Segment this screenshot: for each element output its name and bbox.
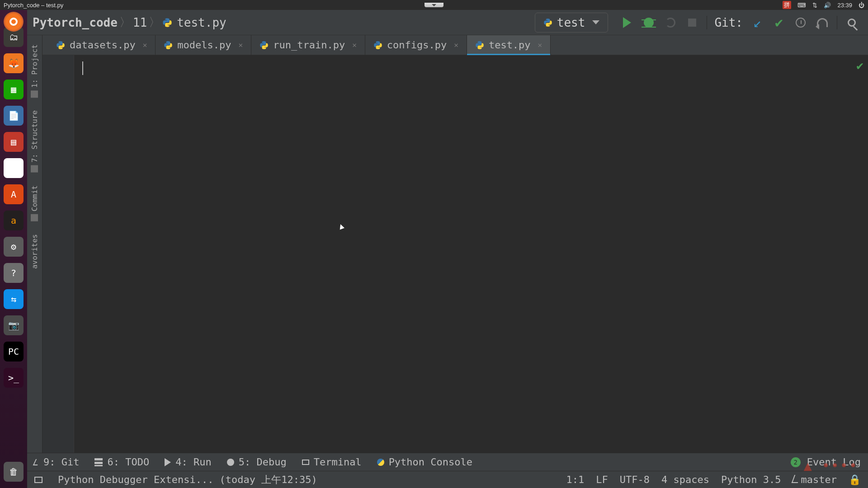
close-icon[interactable]: ✕ <box>454 41 458 49</box>
toolbar-separator <box>707 16 707 29</box>
dock-amazon-icon[interactable]: a <box>4 211 24 230</box>
tab-label: run_train.py <box>273 39 345 51</box>
vcs-commit-button[interactable]: ✔ <box>769 13 788 32</box>
dock-chrome-icon[interactable]: ◉ <box>4 158 24 178</box>
todo-tool-tab[interactable]: 6: TODO <box>94 456 149 468</box>
close-icon[interactable]: ✕ <box>352 41 357 49</box>
dock-firefox-icon[interactable]: 🦊 <box>4 53 24 73</box>
chevron-right-icon: 〉 <box>119 14 131 30</box>
breadcrumb-folder[interactable]: 11 <box>133 16 147 29</box>
breadcrumb[interactable]: Pytorch_code 〉 11 〉 test.py <box>33 14 226 30</box>
dock-pycharm-icon[interactable]: PC <box>4 342 24 361</box>
chevron-down-icon <box>592 20 599 24</box>
menu-dropdown-handle[interactable] <box>425 3 443 7</box>
undo-icon <box>817 18 828 27</box>
breadcrumb-project[interactable]: Pytorch_code <box>33 16 118 29</box>
toggle-tool-windows-icon[interactable] <box>34 477 42 483</box>
dock-help-icon[interactable]: ? <box>4 263 24 283</box>
favorites-tool-tab[interactable]: avorites <box>30 234 39 269</box>
run-coverage-button[interactable] <box>661 13 680 32</box>
commit-icon <box>31 214 38 221</box>
event-log-tool-tab[interactable]: 2Event Log <box>791 456 861 468</box>
dock-impress-icon[interactable]: ▤ <box>4 132 24 152</box>
event-count-badge: 2 <box>791 457 801 467</box>
os-dock: 🗂 🦊 ▦ 📄 ▤ ◉ A a ⚙ ? ⇆ 📷 PC >_ 🗑 <box>0 0 27 488</box>
line-separator[interactable]: LF <box>596 474 608 485</box>
python-console-tool-tab[interactable]: Python Console <box>377 456 472 468</box>
tab-run-train[interactable]: run_train.py ✕ <box>251 35 365 55</box>
vcs-update-button[interactable]: ↙ <box>748 13 767 32</box>
close-icon[interactable]: ✕ <box>239 41 243 49</box>
dock-screenshot-icon[interactable]: 📷 <box>4 315 24 335</box>
structure-icon <box>31 165 38 173</box>
chevron-right-icon: 〉 <box>149 14 160 30</box>
bottom-tool-tabs: 9: Git 6: TODO 4: Run 5: Debug Terminal … <box>27 453 868 471</box>
tab-label: configs.py <box>387 39 447 51</box>
structure-tool-tab[interactable]: 7: Structure <box>30 110 39 173</box>
dock-settings-icon[interactable]: ⚙ <box>4 237 24 257</box>
dock-terminal-icon[interactable]: >_ <box>4 368 24 388</box>
vcs-rollback-button[interactable] <box>813 13 832 32</box>
left-tool-stripe: 1: Project 7: Structure Commit avorites <box>27 35 42 453</box>
python-file-icon <box>56 41 65 50</box>
editor-gutter[interactable] <box>42 55 74 453</box>
play-icon <box>623 17 631 28</box>
python-file-icon <box>162 18 172 28</box>
analysis-ok-icon[interactable]: ✔ <box>856 59 863 72</box>
code-editor[interactable]: ✔ ▲ <box>74 55 868 453</box>
git-branch[interactable]: master <box>793 474 837 485</box>
close-icon[interactable]: ✕ <box>538 41 542 49</box>
python-file-icon <box>373 41 382 50</box>
debug-tool-tab[interactable]: 5: Debug <box>227 456 287 468</box>
cursor-position[interactable]: 1:1 <box>566 474 585 485</box>
python-file-icon <box>164 41 173 50</box>
close-icon[interactable]: ✕ <box>143 41 147 49</box>
bug-icon <box>227 459 234 466</box>
tab-test[interactable]: test.py ✕ <box>467 35 551 55</box>
clock[interactable]: 23:39 <box>837 2 852 9</box>
status-bar: Python Debugger Extensi... (today 上午12:3… <box>27 471 868 488</box>
python-interpreter[interactable]: Python 3.5 <box>721 474 781 485</box>
branch-icon <box>33 459 41 465</box>
toolbar-separator <box>837 16 837 29</box>
mouse-cursor: ▲ <box>337 221 345 231</box>
terminal-icon <box>302 460 309 465</box>
keyboard-icon[interactable]: ⌨ <box>797 2 806 9</box>
status-message[interactable]: Python Debugger Extensi... (today 上午12:3… <box>58 473 317 487</box>
tab-configs[interactable]: configs.py ✕ <box>365 35 467 55</box>
check-icon: ✔ <box>775 14 783 30</box>
system-menu-icon[interactable]: ⏻ <box>859 2 864 9</box>
run-config-name: test <box>557 16 585 29</box>
git-tool-tab[interactable]: 9: Git <box>34 456 79 468</box>
ubuntu-launcher-icon[interactable] <box>4 12 24 32</box>
search-icon <box>848 19 856 27</box>
project-icon <box>31 90 38 98</box>
tray-input-method[interactable]: 拼 <box>783 1 791 9</box>
terminal-tool-tab[interactable]: Terminal <box>302 456 362 468</box>
vcs-history-button[interactable] <box>791 13 810 32</box>
dock-teamviewer-icon[interactable]: ⇆ <box>4 289 24 309</box>
volume-icon[interactable]: 🔊 <box>824 2 831 9</box>
run-configuration-selector[interactable]: test <box>535 13 609 33</box>
dock-trash-icon[interactable]: 🗑 <box>4 462 24 482</box>
breadcrumb-file[interactable]: test.py <box>177 16 226 29</box>
file-encoding[interactable]: UTF-8 <box>620 474 650 485</box>
system-tray: 拼 ⌨ ⇅ 🔊 23:39 ⏻ <box>783 1 864 9</box>
tab-models[interactable]: models.py ✕ <box>156 35 251 55</box>
tab-datasets[interactable]: datasets.py ✕ <box>48 35 156 55</box>
python-file-icon <box>543 18 552 27</box>
dock-writer-icon[interactable]: 📄 <box>4 106 24 126</box>
project-tool-tab[interactable]: 1: Project <box>30 44 39 98</box>
indent-settings[interactable]: 4 spaces <box>661 474 709 485</box>
debug-button[interactable] <box>639 13 658 32</box>
run-tool-tab[interactable]: 4: Run <box>165 456 211 468</box>
arrow-down-left-icon: ↙ <box>753 14 761 30</box>
dock-calc-icon[interactable]: ▦ <box>4 80 24 99</box>
commit-tool-tab[interactable]: Commit <box>30 185 39 221</box>
network-icon[interactable]: ⇅ <box>812 2 817 9</box>
lock-icon[interactable]: 🔒 <box>849 474 861 485</box>
editor-area: ✔ ▲ <box>42 55 868 453</box>
run-button[interactable] <box>618 13 637 32</box>
search-everywhere-button[interactable] <box>842 13 861 32</box>
dock-software-icon[interactable]: A <box>4 184 24 204</box>
